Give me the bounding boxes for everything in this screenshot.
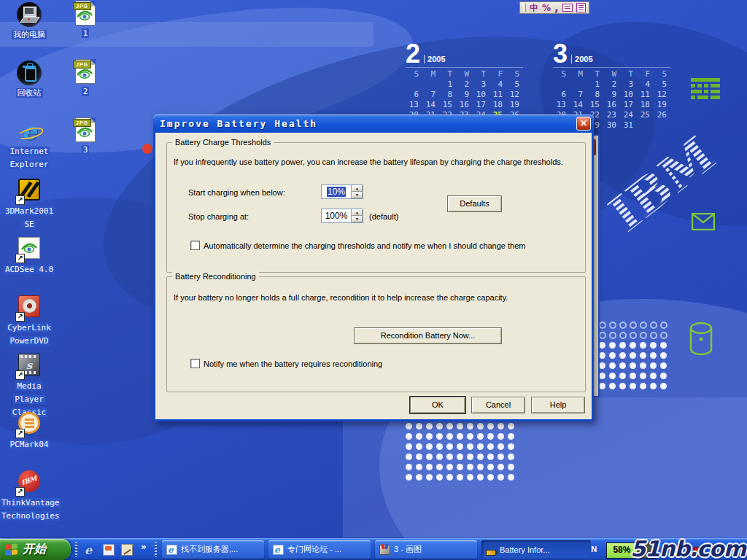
battery-meter[interactable]: 58% [606, 542, 657, 559]
dot [446, 464, 453, 470]
start-threshold-spinner[interactable]: 10% ▲ ▼ [321, 184, 363, 199]
spin-down-icon[interactable]: ▼ [352, 192, 363, 198]
internet-explorer[interactable]: eInternet Explorer [0, 119, 58, 170]
calendar-day [553, 79, 570, 90]
calendar-weekday: W [456, 69, 473, 79]
ime-fullwidth-toggle[interactable]: % [542, 4, 551, 12]
jpg-file-icon: JPG [73, 59, 98, 84]
ime-grip[interactable] [523, 4, 526, 12]
calendar-weekday: T [439, 69, 456, 79]
dot [406, 433, 412, 440]
pcmark-icon: ↗ [17, 412, 42, 437]
ok-button[interactable]: OK [410, 397, 465, 413]
reconditioning-description: If your battery no longer holds a full c… [174, 293, 508, 303]
3dmark2001-se[interactable]: ↗3DMark2001 SE [0, 177, 58, 230]
quicklaunch-grip[interactable] [75, 542, 77, 557]
dot [406, 474, 412, 481]
acdsee-4-0[interactable]: ↗ACDSee 4.0 [0, 236, 58, 275]
dot [426, 433, 433, 440]
jpg-file-3[interactable]: JPG3 [63, 117, 108, 155]
dot [650, 362, 657, 369]
icon-label: PCMark04 [9, 440, 50, 449]
show-desktop-icon[interactable] [121, 544, 133, 556]
pcmark04[interactable]: ↗PCMark04 [0, 411, 58, 450]
calendar-day: 5 [506, 79, 523, 90]
my-computer[interactable]: 我的电脑 [0, 2, 58, 40]
tasks-grip[interactable] [155, 542, 157, 557]
tray-app-icon[interactable] [694, 547, 703, 556]
dot [508, 474, 514, 481]
dot [508, 454, 514, 460]
stop-threshold-value[interactable]: 100% [322, 209, 351, 222]
dot [477, 454, 484, 460]
close-icon[interactable]: ✕ [576, 117, 591, 131]
dot [609, 332, 616, 339]
dot [487, 423, 494, 429]
auto-determine-checkbox-label[interactable]: Automatically determine the charging thr… [204, 241, 525, 251]
calendar-weekday: T [473, 69, 489, 79]
dot [498, 464, 504, 470]
defaults-button[interactable]: Defaults [447, 195, 502, 212]
calendar-day: 15 [439, 100, 456, 110]
notify-reconditioning-checkbox[interactable] [190, 359, 200, 368]
jpg-file-2[interactable]: JPG2 [63, 59, 108, 97]
calendar-day: 4 [637, 79, 654, 90]
3dmark-icon: ↗ [17, 179, 42, 203]
icon-label: 我的电脑 [12, 30, 47, 39]
icon-label: 2 [82, 87, 90, 96]
keyboard-icon[interactable] [562, 4, 573, 12]
auto-determine-checkbox[interactable] [190, 241, 200, 250]
task-forum[interactable]: e专门网论坛 - ... [268, 540, 371, 559]
calendar-day: 14 [570, 100, 587, 110]
dot [487, 443, 494, 450]
stop-threshold-spinner[interactable]: 100% ▲ ▼ [321, 209, 363, 223]
calendar-weekday: S [553, 69, 570, 79]
spin-up-icon[interactable]: ▲ [352, 209, 363, 216]
recycle-bin[interactable]: 回收站 [0, 61, 58, 98]
calendar-day: 5 [654, 79, 670, 90]
dot [477, 433, 484, 440]
task-server-not-found[interactable]: e找不到服务器,... [162, 540, 264, 559]
acdsee-icon: ↗ [17, 237, 42, 262]
ime-chinese-indicator[interactable]: 中 [530, 4, 538, 12]
help-button[interactable]: Help [531, 397, 585, 413]
thinkvantage-technologies[interactable]: IBM↗ThinkVantage Technologies [0, 469, 58, 521]
dot [508, 433, 514, 440]
dot [630, 332, 637, 339]
media-player-classic[interactable]: s↗Media Player Classic [0, 352, 58, 418]
ime-punctuation-toggle[interactable]: , [554, 5, 559, 11]
start-threshold-value[interactable]: 10% [322, 185, 351, 198]
calendar-day: 10 [620, 90, 637, 100]
dialog-title-bar[interactable]: Improve Battery Health ✕ [153, 114, 594, 133]
dot [498, 423, 504, 429]
ie-icon[interactable]: e [85, 544, 96, 556]
recondition-battery-now-button[interactable]: Recondition Battery Now... [354, 327, 502, 344]
icon-label: ACDSee 4.0 [4, 265, 55, 274]
dot [619, 352, 626, 359]
calendar-day: 3 [473, 79, 489, 90]
dot [660, 322, 667, 329]
task-paint[interactable]: 3 - 画图 [375, 540, 477, 559]
cyberlink-powerdvd[interactable]: ↗CyberLink PowerDVD [0, 294, 58, 346]
dot [609, 322, 616, 329]
menu-icon[interactable] [576, 3, 586, 12]
jpg-file-1[interactable]: JPG1 [63, 1, 108, 39]
calendar-weekday: F [637, 69, 654, 79]
ime-language-bar[interactable]: 中 % , [519, 1, 589, 14]
notify-reconditioning-checkbox-label[interactable]: Notify me when the battery requires reco… [204, 359, 382, 369]
envelope-icon [692, 213, 715, 230]
spin-up-icon[interactable]: ▲ [352, 185, 363, 192]
shortcut-arrow-icon: ↗ [15, 487, 25, 497]
dot [609, 383, 616, 389]
task-battery-information[interactable]: Battery Infor... [481, 540, 591, 559]
calendar-week-row: 12345 [406, 79, 523, 90]
dot [416, 443, 422, 450]
cancel-button[interactable]: Cancel [471, 397, 525, 413]
spin-down-icon[interactable]: ▼ [352, 216, 363, 222]
quicklaunch-icon-2[interactable] [103, 544, 115, 556]
calendar-month-number: 3 [553, 43, 568, 65]
calendar-year: 2005 [571, 55, 592, 63]
chevron-icon[interactable]: » [141, 542, 147, 552]
start-button[interactable]: 开始 [0, 539, 71, 560]
shortcut-arrow-icon: ↗ [15, 370, 25, 380]
